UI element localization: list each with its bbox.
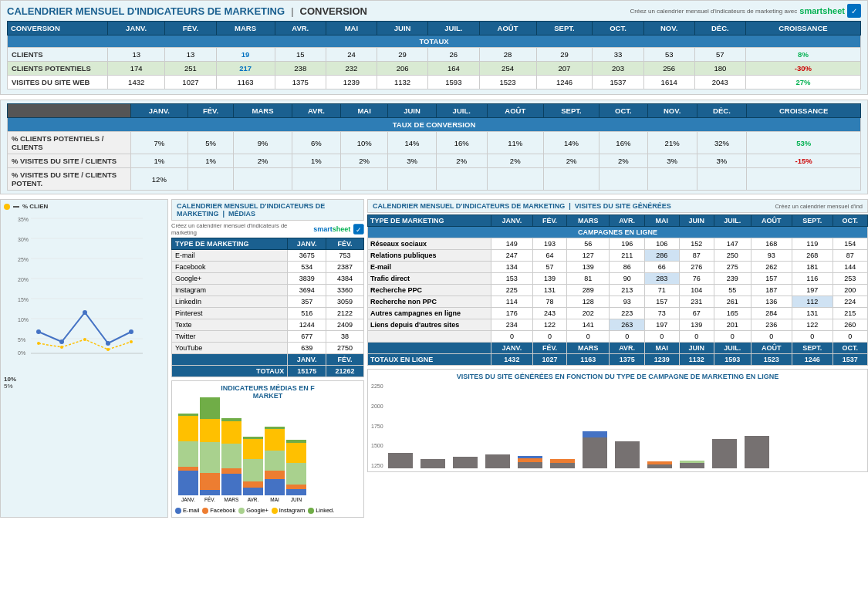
- cell: 21%: [647, 132, 697, 154]
- cell: [292, 168, 340, 191]
- bar-segment-gplus: [200, 442, 220, 473]
- media-smartsheet: Créez un calendrier mensuel d'indicateur…: [171, 222, 364, 236]
- bottom-bars: [388, 383, 769, 468]
- bottom-bar-avr: [485, 383, 510, 468]
- table-row: Facebook 534 2387: [172, 262, 364, 273]
- svg-point-24: [60, 346, 63, 349]
- bar-col-mai: [265, 427, 285, 495]
- cell: 15: [275, 48, 326, 62]
- smartsheet-badge: Créez un calendrier mensuel d'indicateur…: [630, 4, 861, 18]
- bar-segment-instagram: [178, 416, 198, 441]
- table-row: CLIENTS 13 13 19 15 24 29 26 28 29 33 53…: [8, 48, 861, 62]
- bar-segment-instagram: [243, 439, 263, 459]
- cell: 26: [428, 48, 479, 62]
- cell: 1132: [377, 76, 428, 89]
- cell-growth: 27%: [745, 76, 860, 89]
- cell: 53: [643, 48, 694, 62]
- bar-segment-gplus: [221, 444, 241, 468]
- cr-col-juin: JUIN: [388, 104, 437, 118]
- cr-col-mai: MAI: [341, 104, 388, 118]
- conversion-rate-table: JANV. FÉV. MARS AVR. MAI JUIN JUIL. AOÛT…: [7, 103, 861, 191]
- bar-col-avr: [243, 437, 263, 495]
- table-row: Recherche PPC 225131289213 7110455187 19…: [368, 285, 868, 296]
- sv-col-headers2: JANV. FÉV. MARS AVR. MAI JUIN JUIL. AOÛT…: [368, 343, 868, 354]
- svg-point-19: [59, 339, 64, 344]
- sv-col-avr: AVR.: [610, 215, 645, 227]
- cr-col-aout: AOÛT: [487, 104, 543, 118]
- bottom-bar-fev: [420, 383, 445, 468]
- bar-segment-gplus: [243, 459, 263, 481]
- top-section: CALENDRIER MENSUEL D'INDICATEURS DE MARK…: [0, 0, 868, 95]
- taux-label: TAUX DE CONVERSION: [8, 118, 861, 132]
- svg-text:✓: ✓: [356, 226, 362, 234]
- totaux-row: TAUX DE CONVERSION: [8, 118, 861, 132]
- cell-growth: 8%: [745, 48, 860, 62]
- cell: 2%: [341, 154, 388, 168]
- svg-point-26: [106, 348, 110, 351]
- sv-col-juin: JUIN: [679, 215, 714, 227]
- bottom-bar-juin: [550, 383, 575, 468]
- col-header-aout: AOÛT: [479, 22, 536, 35]
- cell: 1523: [479, 76, 536, 89]
- table-row: Recherche non PPC 1147812893 15723126113…: [368, 296, 868, 308]
- svg-point-22: [129, 329, 133, 334]
- totaux-row: TOTAUX: [8, 35, 861, 48]
- cell: 2%: [234, 154, 292, 168]
- bar-segment-email: [221, 474, 241, 495]
- table-row: E-mail 1345713986 66276275262 181144: [368, 262, 868, 273]
- bar-segment-gplus: [265, 451, 285, 471]
- cell-growth: [747, 168, 861, 191]
- bottom-bar-mars: [453, 383, 478, 468]
- sv-section-label: CAMPAGNES EN LIGNE: [368, 227, 868, 238]
- sv-title: CALENDRIER MENSUEL D'INDICATEURS DE MARK…: [373, 202, 671, 210]
- bottom-bar-sept: [647, 383, 672, 468]
- media-title: CALENDRIER MENSUEL D'INDICATEURS DE MARK…: [177, 202, 359, 218]
- cell: 1246: [536, 76, 593, 89]
- svg-point-25: [83, 338, 86, 341]
- table-row: % CLIENTS POTENTIELS / CLIENTS 7% 5% 9% …: [8, 132, 861, 154]
- cell: 33: [593, 48, 643, 62]
- sv-col-sept: SEPT.: [792, 215, 833, 227]
- table-row: Réseaux sociaux 14919356196 106152147168…: [368, 238, 868, 250]
- table-row: Relations publiques 24764127211 28687250…: [368, 250, 868, 262]
- col-header-dec: DÉC.: [694, 22, 745, 35]
- cell: 1375: [275, 76, 326, 89]
- cell: 207: [536, 62, 593, 76]
- cr-row1-label: % CLIENTS POTENTIELS / CLIENTS: [8, 132, 131, 154]
- cell: 254: [479, 62, 536, 76]
- cell: 2%: [436, 154, 487, 168]
- sv-col-janv: JANV.: [491, 215, 533, 227]
- cell: 16%: [599, 132, 648, 154]
- col-header-juil: JUIL.: [428, 22, 479, 35]
- line-chart-pct1: 10%: [4, 376, 164, 383]
- cell: 1432: [108, 76, 165, 89]
- cell: [187, 168, 234, 191]
- cr-col-janv: JANV.: [131, 104, 188, 118]
- table-row: Google+ 3839 4384: [172, 273, 364, 285]
- table-row: Autres campagnes en ligne 176243202223 7…: [368, 308, 868, 319]
- cell: [234, 168, 292, 191]
- bar-segment-fb: [265, 471, 285, 479]
- sv-title-bar: CALENDRIER MENSUEL D'INDICATEURS DE MARK…: [367, 199, 868, 213]
- cell: 32%: [697, 132, 747, 154]
- bottom-chart-area: 2250 2000 1750 1500 1250: [371, 383, 864, 468]
- sv-totaux-row: TOTAUX EN LIGNE 1432 1027 1163 1375 1239…: [368, 354, 868, 366]
- bar-segment-fb: [243, 481, 263, 488]
- media-col-headers2: JANV. FÉV.: [172, 354, 364, 366]
- bar-segment-gplus: [178, 441, 198, 467]
- svg-text:0%: 0%: [18, 350, 25, 356]
- main-title-bar: CALENDRIER MENSUEL D'INDICATEURS DE MARK…: [7, 4, 861, 18]
- title-text: CALENDRIER MENSUEL D'INDICATEURS DE MARK…: [7, 5, 285, 17]
- col-header-avr: AVR.: [275, 22, 326, 35]
- cell: [543, 168, 599, 191]
- col-header-mars: MARS: [216, 22, 275, 35]
- cr-col-nov: NOV.: [647, 104, 697, 118]
- cell: 29: [536, 48, 593, 62]
- cell: 29: [377, 48, 428, 62]
- cell: 3%: [647, 154, 697, 168]
- cell: 3%: [697, 154, 747, 168]
- cell: [341, 168, 388, 191]
- bottom-bar-nov: [712, 383, 737, 468]
- media-col-fev: FÉV.: [326, 238, 364, 250]
- cell: [487, 168, 543, 191]
